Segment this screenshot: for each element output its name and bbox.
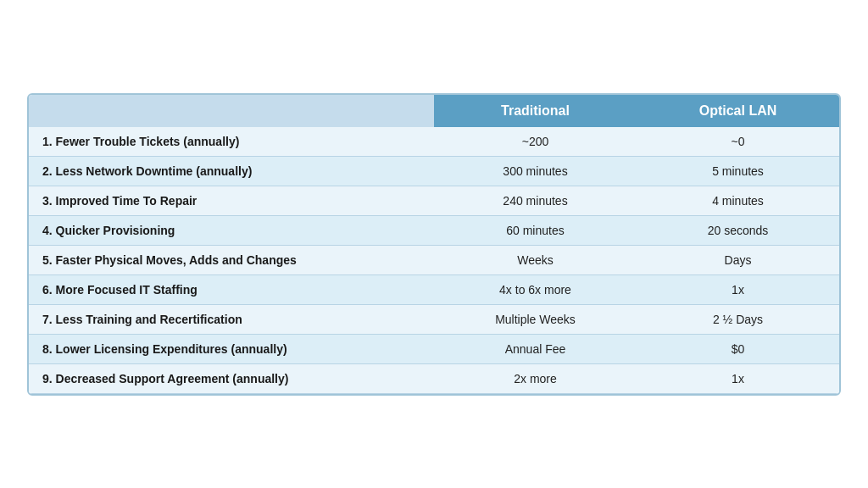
feature-label: 3. Improved Time To Repair — [29, 186, 434, 215]
optical-value: 5 minutes — [637, 156, 839, 186]
optical-value: Days — [637, 245, 839, 274]
traditional-value: Multiple Weeks — [434, 304, 637, 334]
table-row: 8. Lower Licensing Expenditures (annuall… — [29, 334, 839, 363]
optical-value: 1x — [637, 363, 839, 393]
table-row: 5. Faster Physical Moves, Adds and Chang… — [29, 245, 839, 274]
feature-label: 2. Less Network Downtime (annually) — [29, 156, 434, 186]
feature-label: 7. Less Training and Recertification — [29, 304, 434, 334]
table-row: 3. Improved Time To Repair240 minutes4 m… — [29, 186, 839, 215]
feature-label: 5. Faster Physical Moves, Adds and Chang… — [29, 245, 434, 274]
header-traditional: Traditional — [434, 95, 637, 127]
traditional-value: Annual Fee — [434, 334, 637, 363]
optical-value: 20 seconds — [637, 215, 839, 245]
optical-value: $0 — [637, 334, 839, 363]
optical-value: 1x — [637, 274, 839, 304]
table-row: 7. Less Training and RecertificationMult… — [29, 304, 839, 334]
feature-label: 1. Fewer Trouble Tickets (annually) — [29, 127, 434, 157]
table-row: 2. Less Network Downtime (annually)300 m… — [29, 156, 839, 186]
feature-label: 4. Quicker Provisioning — [29, 215, 434, 245]
optical-value: 2 ½ Days — [637, 304, 839, 334]
traditional-value: 60 minutes — [434, 215, 637, 245]
traditional-value: ~200 — [434, 127, 637, 157]
traditional-value: 2x more — [434, 363, 637, 393]
optical-value: ~0 — [637, 127, 839, 157]
traditional-value: 300 minutes — [434, 156, 637, 186]
table-row: 9. Decreased Support Agreement (annually… — [29, 363, 839, 393]
table-row: 1. Fewer Trouble Tickets (annually)~200~… — [29, 127, 839, 157]
table-row: 6. More Focused IT Staffing4x to 6x more… — [29, 274, 839, 304]
header-optical: Optical LAN — [637, 95, 839, 127]
comparison-table: Traditional Optical LAN 1. Fewer Trouble… — [27, 93, 841, 396]
traditional-value: 240 minutes — [434, 186, 637, 215]
feature-label: 8. Lower Licensing Expenditures (annuall… — [29, 334, 434, 363]
feature-label: 9. Decreased Support Agreement (annually… — [29, 363, 434, 393]
table-row: 4. Quicker Provisioning60 minutes20 seco… — [29, 215, 839, 245]
feature-label: 6. More Focused IT Staffing — [29, 274, 434, 304]
traditional-value: 4x to 6x more — [434, 274, 637, 304]
traditional-value: Weeks — [434, 245, 637, 274]
header-feature — [29, 95, 434, 127]
optical-value: 4 minutes — [637, 186, 839, 215]
